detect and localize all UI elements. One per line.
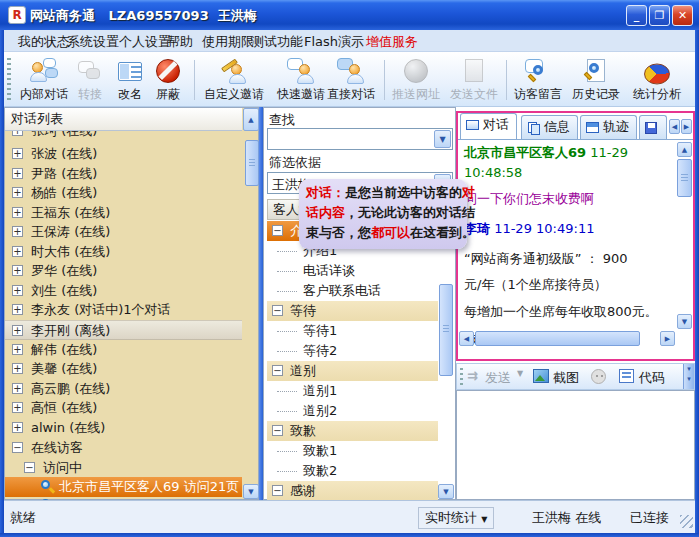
scroll-up-button[interactable]: ▲: [243, 108, 259, 131]
minimize-button[interactable]: _: [626, 5, 647, 26]
menu-flash-demo[interactable]: Flash演示: [300, 33, 368, 50]
phrase-item[interactable]: 致歉1: [267, 441, 438, 461]
toolbar-overflow-button[interactable]: ▾▾: [683, 364, 694, 389]
tab-info[interactable]: 信息: [521, 115, 578, 139]
expand-icon[interactable]: +: [12, 265, 23, 276]
send-file-button: 发送文件: [446, 56, 502, 104]
custom-invite-button[interactable]: 自定义邀请: [198, 56, 270, 104]
collapse-icon[interactable]: −: [272, 225, 283, 236]
expand-icon[interactable]: +: [12, 325, 23, 336]
phrase-item[interactable]: 道别2: [267, 401, 438, 421]
chat-monitor-icon: [466, 120, 480, 132]
list-item[interactable]: +高恒 (在线): [5, 398, 242, 418]
list-item[interactable]: +杨皓 (在线): [5, 183, 242, 203]
expand-icon[interactable]: +: [12, 187, 23, 198]
realtime-stats-dropdown[interactable]: 实时统计 ▼: [418, 507, 494, 529]
tab-scroll-left-button[interactable]: ◀: [669, 119, 680, 134]
list-item-selected[interactable]: +李开刚 (离线): [5, 320, 242, 340]
collapse-icon[interactable]: −: [272, 425, 283, 436]
history-button[interactable]: 历史记录: [568, 56, 624, 104]
list-item[interactable]: +王保涛 (在线): [5, 222, 242, 242]
list-item[interactable]: +时大伟 (在线): [5, 242, 242, 262]
expand-icon[interactable]: +: [12, 363, 23, 374]
middle-scrollbar-thumb[interactable]: [439, 284, 453, 376]
tab-scroll-right-button[interactable]: ▶: [681, 119, 692, 134]
toolbar-grip[interactable]: [7, 58, 11, 101]
phrase-group[interactable]: −道别: [267, 361, 438, 381]
list-item[interactable]: +张波 (在线): [5, 144, 242, 164]
list-item[interactable]: +罗华 (在线): [5, 261, 242, 281]
expand-icon[interactable]: +: [12, 402, 23, 413]
find-combobox[interactable]: ▼: [267, 128, 453, 150]
expand-icon[interactable]: +: [12, 383, 23, 394]
message-input[interactable]: [456, 390, 695, 500]
list-item-visitor-selected[interactable]: 北京市昌平区客人69 访问21页: [5, 477, 242, 497]
block-button[interactable]: 屏蔽: [146, 56, 190, 104]
phrase-item[interactable]: 客户联系电话: [267, 281, 438, 301]
expand-icon[interactable]: +: [12, 207, 23, 218]
visitor-message: 问一下你们怎末收费啊: [464, 190, 594, 208]
list-item[interactable]: +王福东 (在线): [5, 203, 242, 223]
expand-icon[interactable]: +: [12, 304, 23, 315]
expand-icon[interactable]: +: [12, 226, 23, 237]
scroll-down-button[interactable]: ▼: [243, 484, 259, 499]
list-item[interactable]: +刘生 (在线): [5, 281, 242, 301]
internal-chat-button[interactable]: 内部对话: [12, 56, 76, 104]
phrase-item[interactable]: 道别1: [267, 381, 438, 401]
phrase-item[interactable]: 致歉2: [267, 461, 438, 481]
list-item[interactable]: +尹路 (在线): [5, 164, 242, 184]
collapse-icon[interactable]: −: [272, 365, 283, 376]
phrase-item-partial[interactable]: 感谢1: [267, 492, 438, 499]
expand-icon[interactable]: +: [12, 246, 23, 257]
list-item-online-visitors[interactable]: −在线访客: [5, 438, 242, 458]
menu-help[interactable]: 帮助: [163, 33, 197, 50]
phrase-item[interactable]: 等待1: [267, 321, 438, 341]
chat-hscroll-right-button[interactable]: ▶: [660, 331, 675, 346]
menu-value-added-service[interactable]: 增值服务: [362, 33, 422, 50]
statistics-button[interactable]: 统计分析: [626, 56, 688, 104]
scroll-down-button[interactable]: ▼: [438, 484, 454, 499]
menu-system-settings[interactable]: 系统设置: [63, 33, 123, 50]
combo-dropdown-icon[interactable]: ▼: [434, 130, 451, 148]
phrase-group[interactable]: −致歉: [267, 421, 438, 441]
close-button[interactable]: ✕: [672, 5, 693, 26]
list-item[interactable]: +alwin (在线): [5, 418, 242, 438]
list-item[interactable]: +美馨 (在线): [5, 359, 242, 379]
list-item-visiting[interactable]: −访问中: [5, 458, 242, 478]
tab-partial[interactable]: [639, 115, 667, 139]
expand-icon[interactable]: +: [12, 148, 23, 159]
direct-chat-button[interactable]: 直接对话: [322, 56, 380, 104]
left-scrollbar-thumb[interactable]: [245, 140, 259, 186]
collapse-icon[interactable]: −: [272, 305, 283, 316]
menu-test-function[interactable]: 测试功能: [247, 33, 307, 50]
maximize-button[interactable]: ❐: [649, 5, 670, 26]
screenshot-button[interactable]: 截图: [553, 369, 579, 387]
list-item[interactable]: +李永友 (对话中)1个对话: [5, 300, 242, 320]
list-item-partial[interactable]: +张珂 (在线): [5, 131, 242, 141]
chat-scroll-down-button[interactable]: ▼: [677, 314, 692, 329]
code-button[interactable]: 代码: [639, 369, 665, 387]
emoticon-icon: [591, 369, 606, 384]
tab-dialogue[interactable]: 对话: [460, 113, 517, 139]
expand-icon[interactable]: +: [12, 344, 23, 355]
tab-track[interactable]: 轨迹: [580, 115, 637, 139]
collapse-icon[interactable]: −: [12, 442, 23, 453]
list-item[interactable]: +解伟 (在线): [5, 340, 242, 360]
phrase-item[interactable]: 电话详谈: [267, 261, 438, 281]
toolbar-separator: [194, 60, 195, 100]
editbar-grip[interactable]: [460, 368, 463, 386]
chat-hscroll-left-button[interactable]: ◀: [459, 331, 474, 346]
chat-hscrollbar-thumb[interactable]: [475, 331, 640, 346]
resize-grip[interactable]: [680, 515, 693, 528]
toolbar-separator: [384, 60, 385, 100]
collapse-icon[interactable]: −: [24, 462, 35, 473]
expand-icon[interactable]: +: [12, 168, 23, 179]
visitor-message-button[interactable]: 访客留言: [510, 56, 566, 104]
phrase-group[interactable]: −等待: [267, 301, 438, 321]
list-item[interactable]: +高云鹏 (在线): [5, 379, 242, 399]
chat-scroll-up-button[interactable]: ▲: [677, 142, 692, 157]
phrase-item[interactable]: 等待2: [267, 341, 438, 361]
chat-scrollbar-thumb[interactable]: [677, 159, 692, 197]
expand-icon[interactable]: +: [12, 422, 23, 433]
expand-icon[interactable]: +: [12, 285, 23, 296]
